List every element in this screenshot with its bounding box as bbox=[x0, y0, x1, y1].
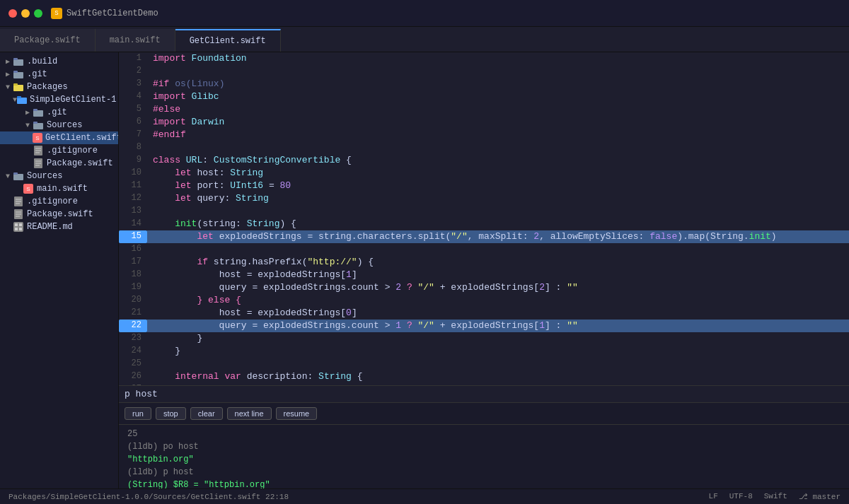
tab-package-swift[interactable]: Package.swift bbox=[0, 29, 96, 52]
project-name: SwiftGetClientDemo bbox=[67, 8, 158, 18]
line-number: 21 bbox=[119, 307, 147, 320]
tab-main-swift[interactable]: main.swift bbox=[96, 29, 175, 52]
line-code: } else { bbox=[147, 294, 849, 307]
tree-icon bbox=[13, 222, 24, 232]
status-file-info: Packages/SimpleGetClient-1.0.0/Sources/G… bbox=[8, 493, 289, 501]
tree-icon bbox=[13, 57, 24, 66]
sidebar-item[interactable]: ▼Packages bbox=[0, 81, 118, 93]
sidebar-item[interactable]: README.md bbox=[0, 221, 118, 233]
svg-rect-0 bbox=[13, 59, 23, 66]
svg-rect-4 bbox=[13, 85, 23, 91]
code-line: 7#endif bbox=[119, 129, 849, 141]
line-number: 1 bbox=[119, 52, 147, 65]
line-code bbox=[147, 243, 849, 256]
debug-output-line: 25 bbox=[127, 428, 841, 440]
tree-label: .gitignore bbox=[47, 146, 98, 156]
sidebar-item[interactable]: Package.swift bbox=[0, 157, 118, 170]
line-number: 14 bbox=[119, 218, 147, 230]
resume-button[interactable]: resume bbox=[276, 407, 318, 420]
svg-rect-2 bbox=[13, 72, 23, 78]
maximize-button[interactable] bbox=[34, 9, 42, 18]
clear-button[interactable]: clear bbox=[190, 407, 223, 420]
line-code: let port: UInt16 = 80 bbox=[147, 180, 849, 192]
project-icon: S bbox=[51, 8, 62, 19]
tree-label: Packages bbox=[27, 82, 68, 92]
line-code: let explodedStrings = string.characters.… bbox=[147, 230, 849, 243]
code-line: 3#if os(Linux) bbox=[119, 78, 849, 90]
debug-input-bar: p host bbox=[119, 386, 849, 403]
line-number: 15 bbox=[119, 230, 147, 243]
close-button[interactable] bbox=[8, 9, 17, 18]
run-button[interactable]: run bbox=[125, 407, 151, 420]
tree-label: Package.swift bbox=[27, 209, 93, 219]
line-code: host = explodedStrings[0] bbox=[147, 307, 849, 320]
sidebar-item[interactable]: ▼Sources bbox=[0, 170, 118, 182]
line-code: host = explodedStrings[1] bbox=[147, 269, 849, 281]
code-line: 8 bbox=[119, 141, 849, 154]
main-content: ▶.build▶.git▼Packages▼SimpleGetClient-1.… bbox=[0, 52, 849, 488]
tab-getclient-swift[interactable]: GetClient.swift bbox=[175, 29, 281, 52]
code-line: 5#else bbox=[119, 103, 849, 116]
sidebar-item[interactable]: Package.swift bbox=[0, 208, 118, 221]
line-number: 12 bbox=[119, 192, 147, 205]
stop-button[interactable]: stop bbox=[156, 407, 186, 420]
tree-arrow-icon: ▶ bbox=[23, 108, 33, 117]
line-number: 3 bbox=[119, 78, 147, 90]
code-line: 10 let host: String bbox=[119, 167, 849, 180]
line-code bbox=[147, 65, 849, 78]
code-scroll[interactable]: 1import Foundation2 3#if os(Linux)4impor… bbox=[119, 52, 849, 385]
sidebar-item[interactable]: Smain.swift bbox=[0, 182, 118, 195]
line-number: 17 bbox=[119, 256, 147, 269]
debug-output-line: (lldb) po host bbox=[127, 440, 841, 453]
status-branch: ⎇ master bbox=[799, 492, 841, 501]
line-number: 23 bbox=[119, 332, 147, 345]
code-line: 15 let explodedStrings = string.characte… bbox=[119, 230, 849, 243]
sidebar-item[interactable]: ▶.git bbox=[0, 68, 118, 81]
sidebar-item[interactable]: .gitignore bbox=[0, 144, 118, 157]
title-bar: S SwiftGetClientDemo bbox=[0, 0, 849, 27]
debug-output: 25(lldb) po host"httpbin.org"(lldb) p ho… bbox=[119, 425, 849, 488]
line-number: 16 bbox=[119, 243, 147, 256]
line-code: import Foundation bbox=[147, 52, 849, 65]
sidebar-item[interactable]: ▶.build bbox=[0, 55, 118, 68]
line-code: } bbox=[147, 345, 849, 358]
status-encoding: UTF-8 bbox=[729, 492, 753, 501]
minimize-button[interactable] bbox=[21, 9, 30, 18]
line-number: 7 bbox=[119, 129, 147, 141]
sidebar-item[interactable]: ▶.git bbox=[0, 106, 118, 119]
sidebar-item[interactable]: ▼SimpleGetClient-1.0.0 bbox=[0, 93, 118, 106]
tree-icon bbox=[13, 209, 24, 219]
line-code bbox=[147, 358, 849, 370]
status-bar: Packages/SimpleGetClient-1.0.0/Sources/G… bbox=[0, 488, 849, 504]
tree-icon bbox=[13, 82, 24, 92]
tree-icon bbox=[17, 95, 27, 105]
tree-icon bbox=[33, 120, 44, 130]
code-area: 1import Foundation2 3#if os(Linux)4impor… bbox=[119, 52, 849, 488]
svg-rect-38 bbox=[19, 228, 22, 230]
svg-rect-36 bbox=[19, 223, 22, 226]
line-number: 11 bbox=[119, 180, 147, 192]
tabs-bar: Package.swift main.swift GetClient.swift bbox=[0, 27, 849, 52]
sidebar-item[interactable]: ▼Sources bbox=[0, 119, 118, 131]
tree-label: .gitignore bbox=[27, 197, 78, 206]
code-line: 17 if string.hasPrefix("http://") { bbox=[119, 256, 849, 269]
code-line: 20 } else { bbox=[119, 294, 849, 307]
code-line: 13 bbox=[119, 205, 849, 218]
line-code: import Glibc bbox=[147, 90, 849, 103]
sidebar-item[interactable]: SGetClient.swift bbox=[0, 131, 118, 144]
tree-arrow-icon: ▼ bbox=[3, 172, 13, 180]
line-number: 5 bbox=[119, 103, 147, 116]
tree-label: main.swift bbox=[37, 184, 88, 194]
status-language: Swift bbox=[764, 492, 787, 501]
tree-arrow-icon: ▼ bbox=[23, 122, 33, 129]
tree-arrow-icon: ▶ bbox=[3, 70, 13, 78]
line-code: class URL: CustomStringConvertible { bbox=[147, 154, 849, 167]
svg-rect-8 bbox=[33, 110, 43, 117]
tree-icon bbox=[33, 158, 44, 168]
sidebar-item[interactable]: .gitignore bbox=[0, 195, 118, 208]
window-title: S SwiftGetClientDemo bbox=[51, 8, 158, 19]
next-line-button[interactable]: next line bbox=[227, 407, 272, 420]
svg-rect-10 bbox=[33, 123, 43, 129]
tree-icon bbox=[33, 107, 44, 117]
tree-arrow-icon: ▶ bbox=[3, 57, 13, 66]
